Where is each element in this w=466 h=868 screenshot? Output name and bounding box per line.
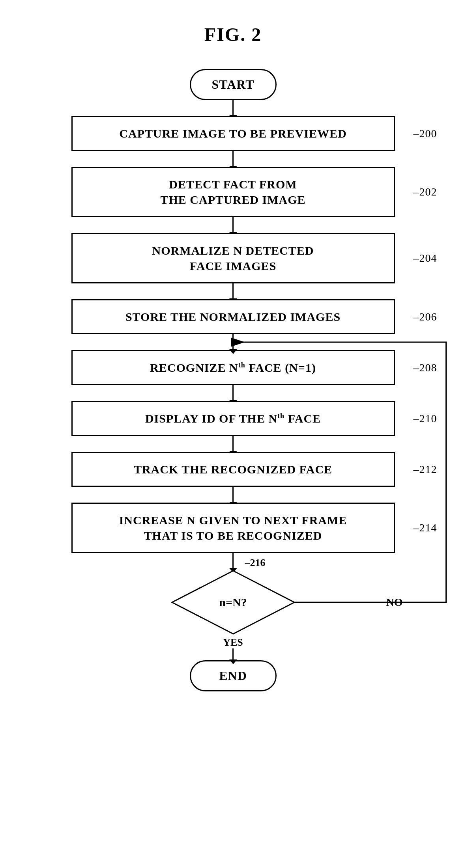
yes-label: YES <box>223 637 243 648</box>
arrow-8 <box>232 487 234 503</box>
step-204-label: NORMALIZE N DETECTEDFACE IMAGES <box>152 244 314 272</box>
arrow-6 <box>232 385 234 401</box>
step-208-label: RECOGNIZE Nth FACE (N=1) <box>150 361 316 374</box>
step-206-label: STORE THE NORMALIZED IMAGES <box>125 310 341 323</box>
page-title: FIG. 2 <box>0 0 466 45</box>
step-202: DETECT FACT FROMTHE CAPTURED IMAGE –202 <box>71 167 395 217</box>
step-204: NORMALIZE N DETECTEDFACE IMAGES –204 <box>71 233 395 283</box>
step-212: TRACK THE RECOGNIZED FACE –212 <box>71 452 395 487</box>
step-210-label: DISPLAY ID OF THE Nth FACE <box>145 412 321 425</box>
step-200-label: CAPTURE IMAGE TO BE PREVIEWED <box>119 127 346 140</box>
arrow-7 <box>232 436 234 452</box>
step-200: CAPTURE IMAGE TO BE PREVIEWED –200 <box>71 116 395 151</box>
arrow-9 <box>232 553 234 569</box>
arrow-1 <box>232 100 234 116</box>
step-210: DISPLAY ID OF THE Nth FACE –210 <box>71 401 395 436</box>
step-208: RECOGNIZE Nth FACE (N=1) –208 <box>71 350 395 385</box>
step-214-label: INCREASE N GIVEN TO NEXT FRAMETHAT IS TO… <box>119 514 347 542</box>
decision-216: n=N? <box>56 569 411 636</box>
step-204-id: –204 <box>414 251 437 265</box>
step-210-id: –210 <box>414 411 437 425</box>
arrow-2 <box>232 151 234 167</box>
decision-label: n=N? <box>219 596 247 609</box>
arrow-5 <box>232 334 234 350</box>
arrow-3 <box>232 217 234 233</box>
step-202-id: –202 <box>414 185 437 199</box>
start-terminal: START <box>190 69 277 100</box>
end-terminal: END <box>190 660 277 691</box>
step-200-id: –200 <box>414 126 437 140</box>
decision-id-label: –216 <box>245 557 266 569</box>
no-label: NO <box>386 596 403 609</box>
step-208-id: –208 <box>414 360 437 374</box>
flowchart: START CAPTURE IMAGE TO BE PREVIEWED –200… <box>0 69 466 723</box>
arrow-10 <box>232 648 234 660</box>
step-202-label: DETECT FACT FROMTHE CAPTURED IMAGE <box>160 178 305 206</box>
step-206: STORE THE NORMALIZED IMAGES –206 <box>71 299 395 334</box>
step-212-id: –212 <box>414 462 437 476</box>
step-214-id: –214 <box>414 521 437 535</box>
step-214: INCREASE N GIVEN TO NEXT FRAMETHAT IS TO… <box>71 503 395 553</box>
step-206-id: –206 <box>414 309 437 324</box>
step-212-label: TRACK THE RECOGNIZED FACE <box>134 463 332 476</box>
arrow-4 <box>232 283 234 299</box>
